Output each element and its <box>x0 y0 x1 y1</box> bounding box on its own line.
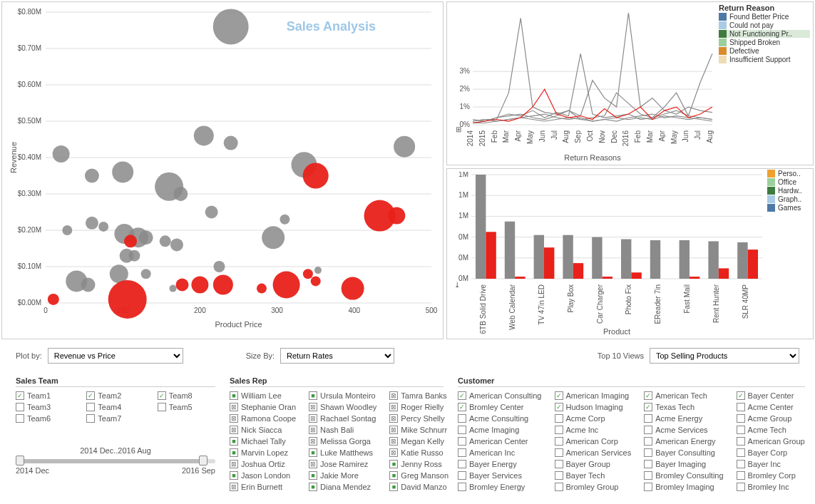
team-checkbox[interactable]: ✓Team1 <box>16 391 73 401</box>
customer-checkbox[interactable]: Bromley Imaging <box>644 482 723 492</box>
rep-checkbox[interactable]: ■Luke Matthews <box>309 448 376 458</box>
checkbox-icon: ■ <box>309 471 317 480</box>
checkbox-icon: ✓ <box>16 391 24 400</box>
customer-checkbox[interactable]: ✓Hudson Imaging <box>555 402 632 412</box>
customer-checkbox[interactable]: Bayer Group <box>555 459 632 469</box>
customer-checkbox[interactable]: ✓American Consulting <box>458 391 542 401</box>
team-checkbox[interactable]: Team3 <box>16 402 73 412</box>
rep-checkbox[interactable]: ⊠Ramona Coope <box>230 413 296 423</box>
legend-item[interactable]: Office <box>767 178 810 186</box>
customer-checkbox[interactable]: Bromley Group <box>555 482 632 492</box>
customer-checkbox[interactable]: American Services <box>555 448 632 458</box>
customer-checkbox[interactable]: Bayer Tech <box>555 470 632 480</box>
date-slider-handle-max[interactable] <box>199 456 207 466</box>
rep-checkbox[interactable]: ⊠Erin Burnett <box>230 482 296 492</box>
legend-item[interactable]: Defective <box>719 47 810 55</box>
legend-item[interactable]: Found Better Price <box>719 13 810 21</box>
rep-checkbox[interactable]: ■William Lee <box>230 391 296 401</box>
legend-item[interactable]: Games <box>767 204 810 212</box>
rep-checkbox[interactable]: ■Jenny Ross <box>389 459 448 469</box>
legend-item[interactable]: Could not pay <box>719 21 810 29</box>
customer-checkbox[interactable]: ✓American Tech <box>644 391 723 401</box>
checkbox-icon <box>458 437 466 446</box>
customer-checkbox[interactable]: Acme Imaging <box>458 425 542 435</box>
rep-checkbox[interactable]: ⊠Roger Rielly <box>389 402 448 412</box>
customer-checkbox[interactable]: American Center <box>458 436 542 446</box>
team-checkbox[interactable]: Team4 <box>86 402 144 412</box>
rep-checkbox[interactable]: ⊠Jose Ramirez <box>309 459 376 469</box>
rep-checkbox[interactable]: ⊠Melissa Gorga <box>309 436 376 446</box>
rep-checkbox[interactable]: ⊠Shawn Woodley <box>309 402 376 412</box>
legend-item[interactable]: Graph.. <box>767 195 810 203</box>
rep-checkbox[interactable]: ■Ursula Monteiro <box>309 391 376 401</box>
customer-checkbox[interactable]: Bayer Services <box>458 470 542 480</box>
team-checkbox[interactable]: Team7 <box>86 413 144 423</box>
customer-checkbox[interactable]: Bayer Consulting <box>644 448 723 458</box>
rep-checkbox[interactable]: ⊠Rachael Sontag <box>309 413 376 423</box>
rep-checkbox[interactable]: ⊠Tamra Banks <box>389 391 448 401</box>
customer-checkbox[interactable]: Bromley Inc <box>737 482 805 492</box>
size-by-select[interactable]: Return Rates <box>280 348 394 364</box>
legend-item[interactable]: Shipped Broken <box>719 38 810 46</box>
rep-checkbox[interactable]: ■Greg Manson <box>389 470 448 480</box>
customer-checkbox[interactable]: Acme Energy <box>644 413 723 423</box>
customer-checkbox[interactable]: Acme Corp <box>555 413 632 423</box>
customer-checkbox[interactable]: Bayer Inc <box>737 459 805 469</box>
legend-item[interactable]: Not Functioning Pr.. <box>719 30 810 38</box>
legend-item[interactable]: Perso.. <box>767 170 810 178</box>
date-slider[interactable]: 2014 Dec..2016 Aug 2014 Dec 2016 Sep <box>16 446 215 475</box>
customer-checkbox[interactable]: Bromley Consulting <box>644 470 723 480</box>
checkbox-icon <box>737 460 745 468</box>
team-checkbox[interactable]: ✓Team2 <box>86 391 144 401</box>
customer-checkbox[interactable]: Bayer Corp <box>737 448 805 458</box>
rep-checkbox[interactable]: ■Jason London <box>230 470 296 480</box>
svg-point-48 <box>128 250 140 262</box>
svg-text:200: 200 <box>194 307 206 314</box>
rep-checkbox[interactable]: ⊠Stephanie Oran <box>230 402 296 412</box>
rep-checkbox[interactable]: ⊠Mike Schnurr <box>389 425 448 435</box>
customer-checkbox[interactable]: Acme Consulting <box>458 413 542 423</box>
returns-line-chart[interactable]: 0%1%2%3%20142015FebMarAprMayJunJulAugSep… <box>451 5 715 163</box>
rep-checkbox[interactable]: ⊠Nick Siacca <box>230 425 296 435</box>
rep-checkbox[interactable]: ⊠Katie Russo <box>389 448 448 458</box>
customer-checkbox[interactable]: Bromley Corp <box>737 470 805 480</box>
top-products-bar-chart[interactable]: 0M0M0M1M1M1M6TB Solid DriveWeb CalendarT… <box>451 172 765 337</box>
customer-checkbox[interactable]: American Group <box>737 436 805 446</box>
customer-checkbox[interactable]: ✓American Imaging <box>555 391 632 401</box>
rep-checkbox[interactable]: ■Marvin Lopez <box>230 448 296 458</box>
customer-checkbox[interactable]: Acme Center <box>737 402 805 412</box>
rep-checkbox[interactable]: ⊠Megan Kelly <box>389 436 448 446</box>
top10-select[interactable]: Top Selling Products <box>650 348 799 364</box>
customer-checkbox[interactable]: Bayer Energy <box>458 459 542 469</box>
customer-checkbox[interactable]: American Inc <box>458 448 542 458</box>
customer-checkbox[interactable]: Acme Services <box>644 425 723 435</box>
date-slider-handle-min[interactable] <box>16 456 24 466</box>
customer-checkbox[interactable]: Bayer Imaging <box>644 459 723 469</box>
team-checkbox[interactable]: Team5 <box>158 402 215 412</box>
rep-checkbox[interactable]: ⊠Nash Bali <box>309 425 376 435</box>
rep-checkbox[interactable]: ⊠Joshua Ortiz <box>230 459 296 469</box>
rep-checkbox[interactable]: ■Jakie More <box>309 470 376 480</box>
svg-point-58 <box>124 235 137 247</box>
rep-checkbox[interactable]: ⊠Percy Shelly <box>389 413 448 423</box>
customer-checkbox[interactable]: Acme Group <box>737 413 805 423</box>
rep-checkbox[interactable]: ■David Manzo <box>389 482 448 492</box>
plot-by-select[interactable]: Revenue vs Price <box>48 348 183 364</box>
rep-checkbox[interactable]: ■Diana Mendez <box>309 482 376 492</box>
legend-item[interactable]: Hardw.. <box>767 187 810 195</box>
svg-text:⊞: ⊞ <box>456 125 461 133</box>
checkbox-label: Acme Consulting <box>469 414 528 423</box>
rep-checkbox[interactable]: ■Michael Tally <box>230 436 296 446</box>
team-checkbox[interactable]: ✓Team8 <box>158 391 215 401</box>
customer-checkbox[interactable]: ✓Bayer Center <box>737 391 805 401</box>
customer-checkbox[interactable]: American Corp <box>555 436 632 446</box>
team-checkbox[interactable]: Team6 <box>16 413 73 423</box>
scatter-chart[interactable]: $0.00M$0.10M$0.20M$0.30M$0.40M$0.50M$0.6… <box>6 5 440 331</box>
customer-checkbox[interactable]: Acme Tech <box>737 425 805 435</box>
customer-checkbox[interactable]: ✓Texas Tech <box>644 402 723 412</box>
legend-item[interactable]: Insufficient Support <box>719 56 810 63</box>
customer-checkbox[interactable]: ✓Bromley Center <box>458 402 542 412</box>
customer-checkbox[interactable]: Acme Inc <box>555 425 632 435</box>
customer-checkbox[interactable]: American Energy <box>644 436 723 446</box>
customer-checkbox[interactable]: Bromley Energy <box>458 482 542 492</box>
